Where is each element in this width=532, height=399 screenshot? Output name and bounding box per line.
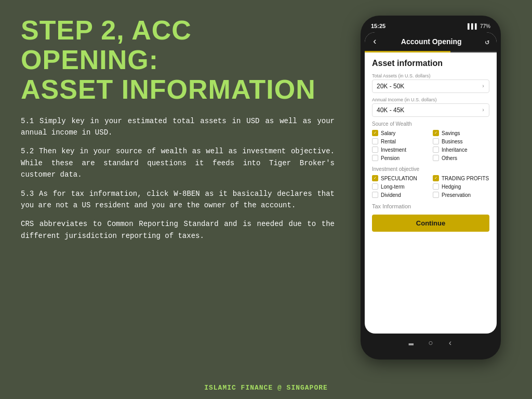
checkbox-investment-label: Investment bbox=[381, 147, 406, 153]
back-icon[interactable]: ‹ bbox=[372, 36, 378, 47]
total-assets-label: Total Assets (in U.S. dollars) bbox=[372, 73, 489, 78]
checkbox-business[interactable]: Business bbox=[433, 138, 489, 144]
checkbox-long-term-label: Long-term bbox=[381, 184, 405, 190]
phone-time: 15:25 bbox=[371, 23, 385, 29]
home-icon[interactable]: ○ bbox=[428, 339, 433, 348]
checkbox-others-box[interactable] bbox=[433, 155, 439, 161]
checkbox-hedging-label: Hedging bbox=[442, 184, 461, 190]
checkbox-hedging-box[interactable] bbox=[433, 183, 439, 190]
paragraph-3: 5.3 As for tax information, click W-8BEN… bbox=[21, 188, 335, 211]
back-nav-icon[interactable]: ‹ bbox=[448, 339, 453, 348]
investment-objective-label: Investment objective bbox=[372, 166, 489, 172]
main-heading: STEP 2, ACC OPENING: ASSET INFORMATION bbox=[21, 16, 335, 105]
checkbox-others-label: Others bbox=[442, 155, 457, 161]
checkbox-business-box[interactable] bbox=[433, 138, 439, 144]
asset-info-title: Asset information bbox=[372, 59, 489, 68]
checkbox-preservation-label: Preservation bbox=[442, 192, 471, 198]
checkbox-savings-label: Savings bbox=[442, 130, 460, 136]
total-assets-arrow: › bbox=[482, 84, 485, 89]
footer: ISLAMIC FINANCE @ SINGAPORE bbox=[0, 379, 532, 399]
phone-battery: ▌▌▌ 77% bbox=[468, 23, 490, 29]
annual-income-field[interactable]: 40K - 45K › bbox=[372, 103, 489, 117]
source-of-wealth-grid: Salary Savings Rental bbox=[372, 130, 489, 161]
total-assets-value: 20K - 50K bbox=[377, 83, 404, 90]
checkbox-salary-label: Salary bbox=[381, 130, 395, 136]
checkbox-rental[interactable]: Rental bbox=[372, 138, 429, 144]
checkbox-speculation-label: SPECULATION bbox=[381, 176, 417, 181]
checkbox-long-term[interactable]: Long-term bbox=[372, 183, 429, 190]
checkbox-salary[interactable]: Salary bbox=[372, 130, 429, 136]
paragraph-4: CRS abbreviates to Common Reporting Stan… bbox=[21, 218, 335, 242]
checkbox-rental-label: Rental bbox=[381, 139, 396, 144]
app-header: ‹ Account Opening ↺ bbox=[365, 32, 497, 51]
paragraph-1: 5.1 Simply key in your estimated total a… bbox=[21, 115, 335, 139]
checkbox-pension-box[interactable] bbox=[372, 155, 378, 161]
checkbox-dividend-box[interactable] bbox=[372, 192, 378, 198]
checkbox-savings-box[interactable] bbox=[433, 130, 439, 136]
checkbox-trading-profits-label: TRADING PROFITS bbox=[442, 176, 489, 181]
app-header-title: Account Opening bbox=[401, 37, 462, 46]
checkbox-speculation-box[interactable] bbox=[372, 175, 378, 181]
checkbox-others[interactable]: Others bbox=[433, 155, 489, 161]
total-assets-field[interactable]: 20K - 50K › bbox=[372, 79, 489, 93]
main-content: STEP 2, ACC OPENING: ASSET INFORMATION 5… bbox=[0, 0, 532, 379]
refresh-icon[interactable]: ↺ bbox=[485, 37, 489, 46]
phone-notch bbox=[410, 23, 451, 30]
investment-objective-grid: SPECULATION TRADING PROFITS Long-term bbox=[372, 175, 489, 198]
checkbox-dividend-label: Dividend bbox=[381, 192, 401, 198]
annual-income-label: Annual Income (in U.S. dollars) bbox=[372, 97, 489, 102]
checkbox-trading-profits-box[interactable] bbox=[433, 175, 439, 181]
checkbox-inheritance[interactable]: Inheritance bbox=[433, 147, 489, 153]
checkbox-preservation[interactable]: Preservation bbox=[433, 192, 489, 198]
checkbox-trading-profits[interactable]: TRADING PROFITS bbox=[433, 175, 489, 181]
checkbox-long-term-box[interactable] bbox=[372, 183, 378, 190]
checkbox-rental-box[interactable] bbox=[372, 138, 378, 144]
footer-text: ISLAMIC FINANCE @ SINGAPORE bbox=[204, 384, 328, 392]
checkbox-inheritance-label: Inheritance bbox=[442, 147, 467, 153]
checkbox-investment[interactable]: Investment bbox=[372, 147, 429, 153]
checkbox-speculation[interactable]: SPECULATION bbox=[372, 175, 429, 181]
continue-button[interactable]: Continue bbox=[372, 215, 489, 232]
left-panel: STEP 2, ACC OPENING: ASSET INFORMATION 5… bbox=[21, 16, 350, 374]
checkbox-business-label: Business bbox=[442, 139, 463, 144]
source-of-wealth-label: Source of Wealth bbox=[372, 121, 489, 127]
checkbox-investment-box[interactable] bbox=[372, 147, 378, 153]
paragraph-2: 5.2 Then key in your source of wealth as… bbox=[21, 145, 335, 180]
checkbox-pension[interactable]: Pension bbox=[372, 155, 429, 161]
checkbox-salary-box[interactable] bbox=[372, 130, 378, 136]
recent-apps-icon[interactable]: ▬ bbox=[409, 339, 414, 348]
checkbox-dividend[interactable]: Dividend bbox=[372, 192, 429, 198]
annual-income-value: 40K - 45K bbox=[377, 107, 404, 114]
checkbox-inheritance-box[interactable] bbox=[433, 147, 439, 153]
checkbox-preservation-box[interactable] bbox=[433, 192, 439, 198]
checkbox-savings[interactable]: Savings bbox=[433, 130, 489, 136]
annual-income-arrow: › bbox=[482, 108, 485, 113]
app-body: Asset information Total Assets (in U.S. … bbox=[365, 52, 497, 238]
phone-screen: ‹ Account Opening ↺ Asset information To… bbox=[365, 32, 497, 334]
checkbox-pension-label: Pension bbox=[381, 155, 400, 161]
checkbox-hedging[interactable]: Hedging bbox=[433, 183, 489, 190]
right-panel: 15:25 ▌▌▌ 77% ‹ Account Opening ↺ Asset … bbox=[350, 16, 511, 374]
tax-info-label: Tax Information bbox=[372, 203, 489, 209]
phone-home-bar: ▬ ○ ‹ bbox=[365, 334, 497, 350]
phone: 15:25 ▌▌▌ 77% ‹ Account Opening ↺ Asset … bbox=[361, 16, 501, 360]
